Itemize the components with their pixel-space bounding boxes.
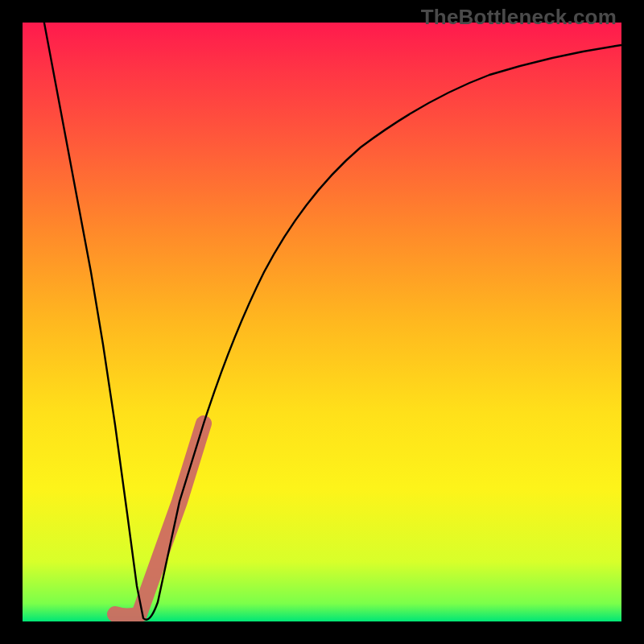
bottleneck-curve: [43, 23, 621, 620]
plot-area: [23, 23, 621, 621]
chart-svg: [23, 23, 621, 621]
site-credit: TheBottleneck.com: [421, 5, 617, 30]
chart-frame: TheBottleneck.com: [0, 0, 644, 644]
